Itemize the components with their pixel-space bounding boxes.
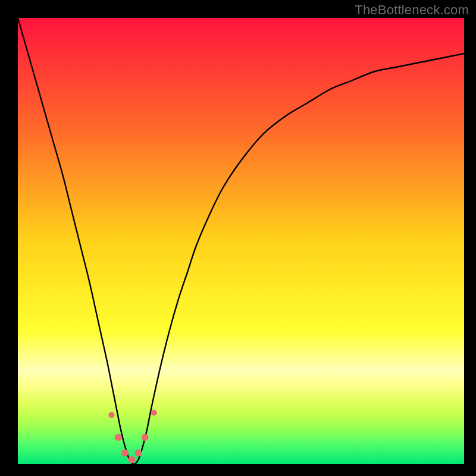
chart-svg	[18, 18, 464, 464]
dip-marker	[128, 456, 135, 464]
dip-marker	[135, 449, 142, 456]
dip-marker	[115, 434, 122, 441]
dip-marker	[142, 434, 149, 441]
dip-marker	[109, 412, 115, 418]
dip-marker	[121, 449, 129, 456]
chart-plot-area	[18, 18, 464, 464]
watermark-text: TheBottleneck.com	[355, 2, 469, 18]
dip-marker	[151, 410, 157, 416]
chart-container: TheBottleneck.com	[0, 0, 476, 476]
main-curve	[18, 18, 464, 464]
